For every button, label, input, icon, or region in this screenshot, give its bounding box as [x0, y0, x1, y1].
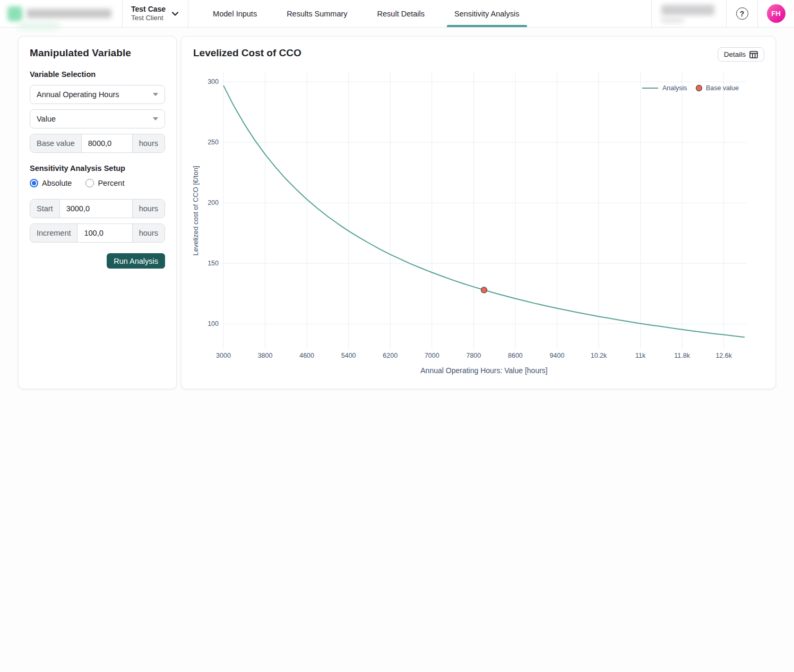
case-switcher[interactable]: Test Case Test Client [123, 0, 188, 27]
radio-percent[interactable]: Percent [85, 179, 124, 187]
client-name: Test Client [131, 14, 166, 22]
start-input[interactable] [60, 200, 132, 218]
case-name: Test Case [131, 5, 166, 14]
increment-group: Increment hours [30, 223, 165, 243]
org-info-blurred [652, 0, 726, 27]
variable-select-value: Annual Operating Hours [37, 90, 119, 99]
increment-label: Increment [30, 224, 77, 242]
help-button[interactable]: ? [727, 0, 757, 27]
tab-model-inputs[interactable]: Model Inputs [198, 0, 272, 27]
svg-text:3000: 3000 [216, 352, 231, 359]
analysis-line [223, 85, 745, 337]
chart-panel: Levelized Cost of CCO Details 3000380046… [181, 36, 776, 389]
svg-text:10.2k: 10.2k [591, 352, 607, 359]
start-group: Start hours [30, 199, 165, 218]
svg-text:5400: 5400 [341, 352, 356, 359]
chart-title: Levelized Cost of CCO [193, 47, 301, 59]
base-value-label: Base value [30, 134, 82, 152]
org-subtext-blurred [661, 18, 684, 23]
run-analysis-button[interactable]: Run Analysis [107, 253, 165, 269]
caret-down-icon [153, 93, 158, 96]
radio-checked-icon [30, 179, 38, 187]
variable-selection-label: Variable Selection [30, 70, 165, 79]
increment-input[interactable] [77, 224, 132, 242]
radio-unchecked-icon [85, 179, 94, 187]
svg-text:8600: 8600 [508, 352, 523, 359]
radio-percent-label: Percent [98, 179, 124, 187]
start-label: Start [30, 200, 60, 218]
y-axis-title: Levelized cost of CCO [€/ton] [192, 166, 200, 255]
legend-point-swatch [696, 85, 702, 91]
setup-label: Sensitivity Analysis Setup [30, 164, 165, 173]
svg-text:300: 300 [208, 78, 219, 85]
svg-text:4600: 4600 [299, 352, 314, 359]
table-icon [749, 51, 758, 58]
tab-results-summary[interactable]: Results Summary [272, 0, 362, 27]
avatar-cell: FH [758, 0, 794, 27]
legend-analysis-label: Analysis [662, 84, 687, 92]
increment-unit: hours [132, 224, 165, 242]
chart-legend: AnalysisBase value [642, 84, 739, 92]
avatar[interactable]: FH [767, 4, 786, 23]
top-bar: Test Case Test Client Model Inputs Resul… [0, 0, 794, 28]
field-select-value: Value [37, 115, 56, 123]
field-select[interactable]: Value [30, 109, 165, 128]
variable-select[interactable]: Annual Operating Hours [30, 85, 165, 104]
svg-text:9400: 9400 [550, 352, 565, 359]
question-mark-icon: ? [736, 7, 748, 20]
svg-text:7000: 7000 [425, 352, 439, 359]
svg-text:250: 250 [208, 139, 219, 146]
logo-mark-blurred [7, 6, 22, 21]
tab-result-details[interactable]: Result Details [363, 0, 439, 27]
base-value-point[interactable] [481, 287, 487, 293]
top-bar-right: ? FH [651, 0, 794, 27]
mode-radio-group: Absolute Percent [30, 179, 165, 187]
sensitivity-chart: 30003800460054006200700078008600940010.2… [182, 68, 776, 390]
chart-header: Levelized Cost of CCO Details [182, 37, 775, 62]
x-axis-title: Annual Operating Hours: Value [hours] [420, 366, 547, 375]
details-button[interactable]: Details [718, 47, 764, 62]
radio-absolute-label: Absolute [42, 179, 72, 187]
manipulated-variable-panel: Manipulated Variable Variable Selection … [18, 36, 177, 389]
chevron-down-icon [171, 10, 179, 18]
base-value-group: Base value hours [30, 134, 165, 153]
svg-text:100: 100 [208, 320, 219, 328]
svg-text:3800: 3800 [258, 352, 273, 359]
logo-ghost-blur [18, 22, 59, 29]
svg-text:11.8k: 11.8k [674, 352, 690, 359]
svg-text:12.6k: 12.6k [715, 352, 732, 359]
svg-text:150: 150 [208, 260, 219, 267]
chart-tick-labels: 30003800460054006200700078008600940010.2… [208, 78, 732, 359]
chart-gridlines [223, 72, 746, 349]
svg-text:11k: 11k [635, 352, 646, 359]
divider [188, 0, 188, 27]
svg-text:200: 200 [208, 199, 219, 206]
logo-text-blurred [27, 9, 111, 18]
base-value-input[interactable] [82, 134, 132, 152]
details-button-label: Details [724, 50, 746, 58]
radio-absolute[interactable]: Absolute [30, 179, 72, 187]
panel-title: Manipulated Variable [30, 47, 165, 59]
tab-sensitivity-analysis[interactable]: Sensitivity Analysis [439, 0, 534, 27]
caret-down-icon [153, 117, 158, 120]
start-unit: hours [132, 200, 165, 218]
svg-text:7800: 7800 [466, 352, 481, 359]
org-text-blurred [661, 5, 714, 15]
legend-base-value-label: Base value [706, 84, 739, 92]
svg-text:6200: 6200 [383, 352, 398, 359]
main-tabs: Model Inputs Results Summary Result Deta… [198, 0, 534, 27]
base-value-unit: hours [132, 134, 165, 152]
